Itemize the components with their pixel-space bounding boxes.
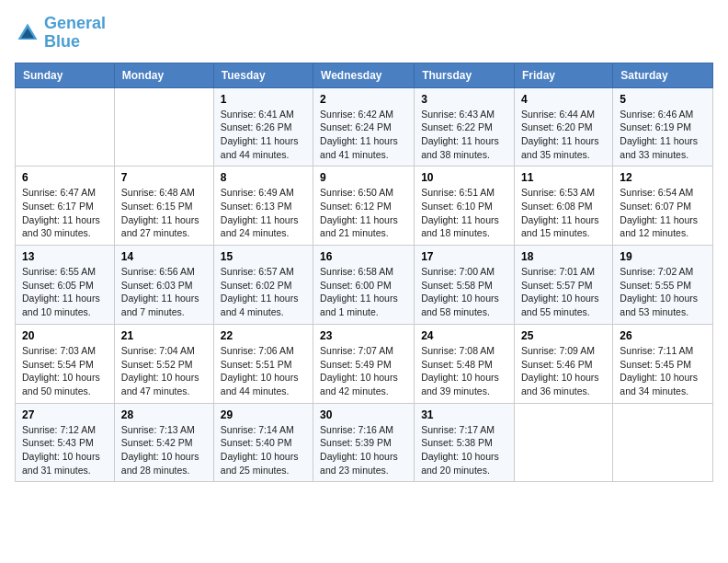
calendar-cell <box>16 87 115 167</box>
calendar-cell: 14Sunrise: 6:56 AMSunset: 6:03 PMDayligh… <box>114 246 213 325</box>
calendar-cell: 18Sunrise: 7:01 AMSunset: 5:57 PMDayligh… <box>514 246 612 325</box>
day-number: 24 <box>421 329 507 342</box>
day-number: 20 <box>22 329 108 342</box>
day-of-week-header: Saturday <box>613 63 713 87</box>
day-number: 21 <box>121 329 207 342</box>
calendar-cell: 10Sunrise: 6:51 AMSunset: 6:10 PMDayligh… <box>415 167 515 246</box>
logo: General Blue <box>15 15 106 52</box>
day-info: Sunrise: 7:12 AMSunset: 5:43 PMDaylight:… <box>22 423 108 477</box>
calendar-cell: 28Sunrise: 7:13 AMSunset: 5:42 PMDayligh… <box>114 403 213 482</box>
day-of-week-header: Wednesday <box>313 63 415 87</box>
day-info: Sunrise: 6:50 AMSunset: 6:12 PMDaylight:… <box>320 186 407 240</box>
calendar-header: SundayMondayTuesdayWednesdayThursdayFrid… <box>16 63 713 87</box>
calendar-cell: 5Sunrise: 6:46 AMSunset: 6:19 PMDaylight… <box>613 87 713 167</box>
calendar-cell: 20Sunrise: 7:03 AMSunset: 5:54 PMDayligh… <box>16 324 115 403</box>
day-number: 1 <box>221 93 306 106</box>
calendar-cell: 24Sunrise: 7:08 AMSunset: 5:48 PMDayligh… <box>415 324 515 403</box>
calendar-week-row: 1Sunrise: 6:41 AMSunset: 6:26 PMDaylight… <box>16 87 713 167</box>
day-number: 29 <box>221 408 306 421</box>
day-info: Sunrise: 6:51 AMSunset: 6:10 PMDaylight:… <box>421 186 507 240</box>
day-info: Sunrise: 7:06 AMSunset: 5:51 PMDaylight:… <box>221 344 306 398</box>
day-number: 9 <box>320 171 407 184</box>
calendar-cell: 31Sunrise: 7:17 AMSunset: 5:38 PMDayligh… <box>415 403 515 482</box>
calendar-cell: 13Sunrise: 6:55 AMSunset: 6:05 PMDayligh… <box>16 246 115 325</box>
day-number: 7 <box>121 171 207 184</box>
day-info: Sunrise: 7:03 AMSunset: 5:54 PMDaylight:… <box>22 344 108 398</box>
day-number: 4 <box>521 93 606 106</box>
calendar-cell: 4Sunrise: 6:44 AMSunset: 6:20 PMDaylight… <box>514 87 612 167</box>
day-info: Sunrise: 7:00 AMSunset: 5:58 PMDaylight:… <box>421 265 507 319</box>
day-info: Sunrise: 7:16 AMSunset: 5:39 PMDaylight:… <box>320 423 407 477</box>
day-info: Sunrise: 6:55 AMSunset: 6:05 PMDaylight:… <box>22 265 108 319</box>
day-of-week-header: Monday <box>114 63 213 87</box>
calendar-week-row: 13Sunrise: 6:55 AMSunset: 6:05 PMDayligh… <box>16 246 713 325</box>
calendar-week-row: 6Sunrise: 6:47 AMSunset: 6:17 PMDaylight… <box>16 167 713 246</box>
day-info: Sunrise: 6:53 AMSunset: 6:08 PMDaylight:… <box>521 186 606 240</box>
calendar-cell: 22Sunrise: 7:06 AMSunset: 5:51 PMDayligh… <box>213 324 313 403</box>
day-info: Sunrise: 7:13 AMSunset: 5:42 PMDaylight:… <box>121 423 207 477</box>
day-number: 22 <box>221 329 306 342</box>
day-info: Sunrise: 6:46 AMSunset: 6:19 PMDaylight:… <box>620 108 706 162</box>
calendar-cell: 2Sunrise: 6:42 AMSunset: 6:24 PMDaylight… <box>313 87 415 167</box>
day-number: 18 <box>521 250 606 263</box>
day-number: 23 <box>320 329 407 342</box>
calendar-cell: 27Sunrise: 7:12 AMSunset: 5:43 PMDayligh… <box>16 403 115 482</box>
day-info: Sunrise: 7:04 AMSunset: 5:52 PMDaylight:… <box>121 344 207 398</box>
calendar-week-row: 20Sunrise: 7:03 AMSunset: 5:54 PMDayligh… <box>16 324 713 403</box>
page-header: General Blue <box>15 15 713 52</box>
calendar-cell: 26Sunrise: 7:11 AMSunset: 5:45 PMDayligh… <box>613 324 713 403</box>
calendar-cell <box>114 87 213 167</box>
day-info: Sunrise: 7:08 AMSunset: 5:48 PMDaylight:… <box>421 344 507 398</box>
calendar-cell: 15Sunrise: 6:57 AMSunset: 6:02 PMDayligh… <box>213 246 313 325</box>
day-number: 19 <box>620 250 706 263</box>
day-info: Sunrise: 7:14 AMSunset: 5:40 PMDaylight:… <box>221 423 306 477</box>
calendar-cell: 19Sunrise: 7:02 AMSunset: 5:55 PMDayligh… <box>613 246 713 325</box>
day-number: 8 <box>221 171 306 184</box>
day-number: 6 <box>22 171 108 184</box>
day-info: Sunrise: 6:58 AMSunset: 6:00 PMDaylight:… <box>320 265 407 319</box>
day-number: 11 <box>521 171 606 184</box>
day-number: 27 <box>22 408 108 421</box>
calendar-cell: 7Sunrise: 6:48 AMSunset: 6:15 PMDaylight… <box>114 167 213 246</box>
day-of-week-header: Tuesday <box>213 63 313 87</box>
calendar-cell: 23Sunrise: 7:07 AMSunset: 5:49 PMDayligh… <box>313 324 415 403</box>
day-info: Sunrise: 6:54 AMSunset: 6:07 PMDaylight:… <box>620 186 706 240</box>
day-number: 12 <box>620 171 706 184</box>
calendar-cell: 16Sunrise: 6:58 AMSunset: 6:00 PMDayligh… <box>313 246 415 325</box>
day-of-week-header: Sunday <box>16 63 115 87</box>
calendar-cell: 21Sunrise: 7:04 AMSunset: 5:52 PMDayligh… <box>114 324 213 403</box>
day-info: Sunrise: 7:07 AMSunset: 5:49 PMDaylight:… <box>320 344 407 398</box>
calendar-cell <box>613 403 713 482</box>
day-number: 5 <box>620 93 706 106</box>
day-number: 3 <box>421 93 507 106</box>
day-info: Sunrise: 6:43 AMSunset: 6:22 PMDaylight:… <box>421 108 507 162</box>
day-info: Sunrise: 6:41 AMSunset: 6:26 PMDaylight:… <box>221 108 306 162</box>
logo-icon <box>15 20 40 46</box>
calendar-cell: 17Sunrise: 7:00 AMSunset: 5:58 PMDayligh… <box>415 246 515 325</box>
day-number: 16 <box>320 250 407 263</box>
day-info: Sunrise: 6:48 AMSunset: 6:15 PMDaylight:… <box>121 186 207 240</box>
day-info: Sunrise: 7:02 AMSunset: 5:55 PMDaylight:… <box>620 265 706 319</box>
day-number: 15 <box>221 250 306 263</box>
day-number: 30 <box>320 408 407 421</box>
calendar-cell: 12Sunrise: 6:54 AMSunset: 6:07 PMDayligh… <box>613 167 713 246</box>
day-number: 26 <box>620 329 706 342</box>
day-number: 10 <box>421 171 507 184</box>
day-of-week-header: Thursday <box>415 63 515 87</box>
calendar-cell: 30Sunrise: 7:16 AMSunset: 5:39 PMDayligh… <box>313 403 415 482</box>
calendar-cell: 9Sunrise: 6:50 AMSunset: 6:12 PMDaylight… <box>313 167 415 246</box>
calendar-cell: 8Sunrise: 6:49 AMSunset: 6:13 PMDaylight… <box>213 167 313 246</box>
calendar-cell: 29Sunrise: 7:14 AMSunset: 5:40 PMDayligh… <box>213 403 313 482</box>
calendar-cell: 6Sunrise: 6:47 AMSunset: 6:17 PMDaylight… <box>16 167 115 246</box>
day-info: Sunrise: 6:57 AMSunset: 6:02 PMDaylight:… <box>221 265 306 319</box>
day-number: 31 <box>421 408 507 421</box>
day-number: 25 <box>521 329 606 342</box>
calendar-cell: 25Sunrise: 7:09 AMSunset: 5:46 PMDayligh… <box>514 324 612 403</box>
day-info: Sunrise: 6:42 AMSunset: 6:24 PMDaylight:… <box>320 108 407 162</box>
day-number: 2 <box>320 93 407 106</box>
day-info: Sunrise: 6:56 AMSunset: 6:03 PMDaylight:… <box>121 265 207 319</box>
calendar-table: SundayMondayTuesdayWednesdayThursdayFrid… <box>15 63 713 483</box>
day-info: Sunrise: 7:09 AMSunset: 5:46 PMDaylight:… <box>521 344 606 398</box>
calendar-cell: 1Sunrise: 6:41 AMSunset: 6:26 PMDaylight… <box>213 87 313 167</box>
day-number: 13 <box>22 250 108 263</box>
